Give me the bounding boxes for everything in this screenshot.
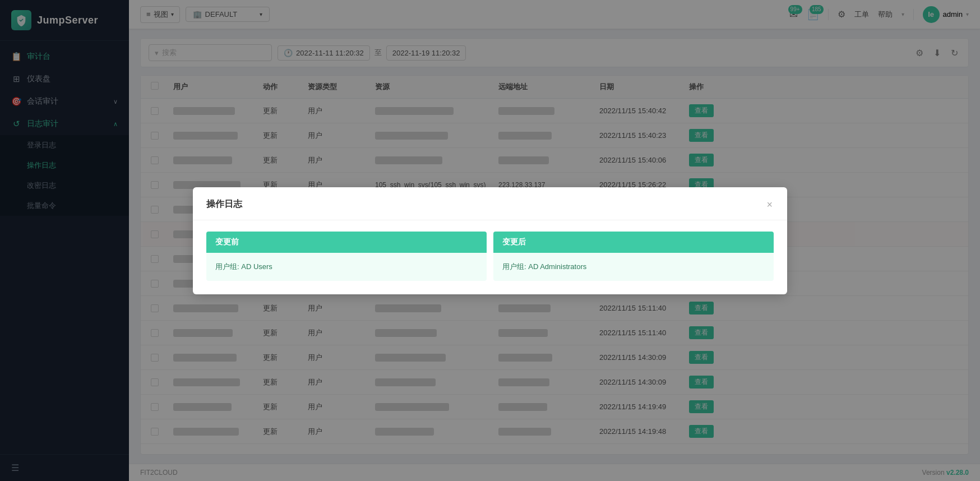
- diff-after-body: 用户组: AD Administrators: [493, 253, 774, 281]
- modal-overlay[interactable]: 操作日志 × 变更前 用户组: AD Users 变更后 用户组: AD Adm…: [0, 0, 980, 481]
- modal-title: 操作日志: [206, 198, 242, 210]
- diff-container: 变更前 用户组: AD Users 变更后 用户组: AD Administra…: [206, 232, 774, 281]
- diff-after-panel: 变更后 用户组: AD Administrators: [493, 232, 774, 281]
- operation-log-modal: 操作日志 × 变更前 用户组: AD Users 变更后 用户组: AD Adm…: [193, 187, 787, 294]
- diff-before-header: 变更前: [206, 232, 487, 253]
- diff-after-item: 用户组: AD Administrators: [502, 260, 765, 274]
- diff-before-item: 用户组: AD Users: [215, 260, 478, 274]
- modal-body: 变更前 用户组: AD Users 变更后 用户组: AD Administra…: [193, 220, 787, 294]
- modal-close-button[interactable]: ×: [765, 198, 774, 211]
- diff-before-body: 用户组: AD Users: [206, 253, 487, 281]
- diff-after-header: 变更后: [493, 232, 774, 253]
- modal-header: 操作日志 ×: [193, 187, 787, 220]
- diff-before-panel: 变更前 用户组: AD Users: [206, 232, 487, 281]
